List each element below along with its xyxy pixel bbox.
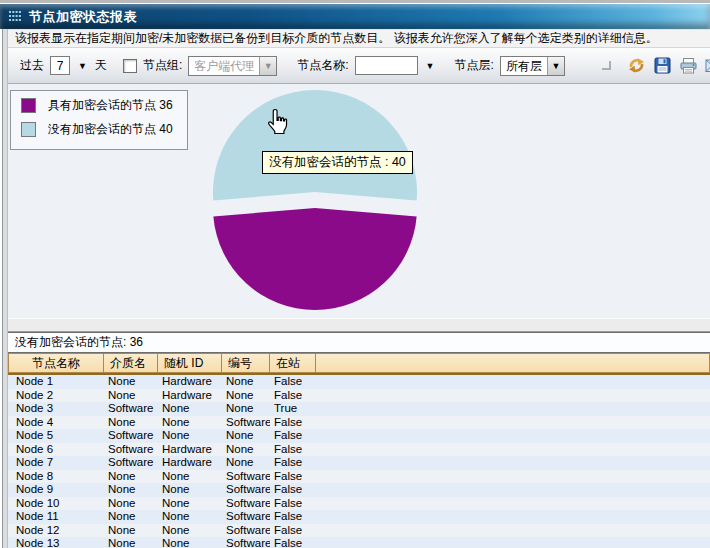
toolbar-overflow-handle[interactable] [602, 61, 611, 70]
table-cell: False [270, 456, 316, 470]
legend-swatch [21, 98, 36, 113]
mail-icon[interactable] [705, 56, 710, 75]
save-icon[interactable] [653, 56, 672, 75]
chevron-down-icon[interactable]: ▼ [547, 57, 564, 75]
table-cell: None [104, 375, 158, 389]
table-cell [316, 456, 710, 470]
report-window: { "window": { "title": "节点加密状态报表" }, "de… [0, 0, 710, 548]
table-cell: None [222, 443, 270, 457]
horizontal-splitter[interactable] [8, 318, 710, 332]
table-cell: Node 1 [8, 375, 104, 389]
table-cell: Software [222, 537, 270, 548]
table-cell: None [104, 389, 158, 403]
table-cell: None [158, 470, 222, 484]
detail-section-title: 没有加密会话的节点: 36 [8, 333, 710, 353]
detail-panel: 没有加密会话的节点: 36 节点名称 介质名 随机 ID 编号 在站 Node … [8, 332, 710, 548]
column-header[interactable]: 介质名 [103, 353, 158, 373]
table-cell: None [158, 537, 222, 548]
table-row[interactable]: Node 1NoneHardwareNoneFalse [8, 375, 710, 389]
frame-left-edge [0, 29, 8, 548]
chevron-down-icon[interactable]: ▼ [78, 61, 87, 71]
table-row[interactable]: Node 3SoftwareNoneNoneTrue [8, 402, 710, 416]
table-row[interactable]: Node 2NoneHardwareNoneFalse [8, 389, 710, 403]
table-cell [316, 375, 710, 389]
table-row[interactable]: Node 11NoneNoneSoftwareFalse [8, 510, 710, 524]
column-header[interactable]: 节点名称 [8, 353, 104, 373]
table-cell: Software [222, 470, 270, 484]
table-cell [316, 483, 710, 497]
pie-slice[interactable] [213, 208, 416, 310]
table-cell: Hardware [158, 456, 222, 470]
table-cell [316, 416, 710, 430]
table-cell: None [104, 524, 158, 538]
table-cell: None [222, 389, 270, 403]
print-icon[interactable] [679, 56, 698, 75]
legend-label: 具有加密会话的节点 36 [48, 97, 173, 114]
table-cell: Hardware [158, 375, 222, 389]
chart-tooltip: 没有加密会话的节点 : 40 [262, 151, 413, 174]
table-cell: Software [222, 497, 270, 511]
table-cell: False [270, 389, 316, 403]
table-cell: True [270, 402, 316, 416]
table-cell: None [222, 375, 270, 389]
table-cell: Software [104, 402, 158, 416]
table-cell [316, 537, 710, 548]
table-row[interactable]: Node 12NoneNoneSoftwareFalse [8, 524, 710, 538]
table-cell: Software [222, 483, 270, 497]
column-header[interactable]: 在站 [269, 353, 316, 373]
table-cell: False [270, 510, 316, 524]
table-cell: None [158, 483, 222, 497]
column-header[interactable]: 随机 ID [157, 353, 222, 373]
table-cell: Hardware [158, 389, 222, 403]
table-cell: Node 13 [8, 537, 104, 548]
table-row[interactable]: Node 4NoneNoneSoftwareFalse [8, 416, 710, 430]
pie-slice[interactable] [213, 90, 417, 200]
table-row[interactable]: Node 8NoneNoneSoftwareFalse [8, 470, 710, 484]
table-cell: False [270, 416, 316, 430]
table-row[interactable]: Node 7SoftwareHardwareNoneFalse [8, 456, 710, 470]
table-row[interactable]: Node 6SoftwareHardwareNoneFalse [8, 443, 710, 457]
table-cell: None [158, 416, 222, 430]
table-cell: Node 9 [8, 483, 104, 497]
table-cell [316, 389, 710, 403]
window-titlebar[interactable]: 节点加密状态报表 [0, 4, 710, 30]
table-row[interactable]: Node 13NoneNoneSoftwareFalse [8, 537, 710, 548]
table-cell: None [104, 416, 158, 430]
table-cell: False [270, 497, 316, 511]
days-unit-label: 天 [95, 57, 107, 74]
table-row[interactable]: Node 10NoneNoneSoftwareFalse [8, 497, 710, 511]
table-cell: None [158, 429, 222, 443]
table-cell: False [270, 443, 316, 457]
node-group-checkbox[interactable] [123, 59, 137, 73]
table-cell: Node 4 [8, 416, 104, 430]
node-table: Node 1NoneHardwareNoneFalse Node 2NoneHa… [8, 375, 710, 548]
table-cell: None [158, 510, 222, 524]
column-header[interactable] [315, 353, 710, 373]
chart-legend: 具有加密会话的节点 36 没有加密会话的节点 40 [10, 90, 188, 150]
past-label: 过去 [20, 57, 44, 74]
table-cell: Software [222, 510, 270, 524]
days-select[interactable]: 7 [50, 56, 70, 75]
chart-area: 具有加密会话的节点 36 没有加密会话的节点 40 没有加密会话的节点 : 40 [8, 84, 710, 318]
chevron-down-icon: ▼ [259, 57, 276, 75]
node-name-label: 节点名称: [297, 57, 348, 74]
node-name-input[interactable] [355, 56, 418, 75]
table-cell: Software [222, 416, 270, 430]
table-cell: False [270, 483, 316, 497]
table-row[interactable]: Node 5SoftwareNoneNoneFalse [8, 429, 710, 443]
table-row[interactable]: Node 9NoneNoneSoftwareFalse [8, 483, 710, 497]
table-cell: Node 6 [8, 443, 104, 457]
table-cell: Software [222, 524, 270, 538]
node-tier-select[interactable]: 所有层 ▼ [500, 56, 565, 76]
table-cell: None [158, 402, 222, 416]
table-cell: None [158, 524, 222, 538]
table-cell: Node 2 [8, 389, 104, 403]
refresh-icon[interactable] [627, 56, 646, 75]
legend-item: 具有加密会话的节点 36 [21, 97, 187, 114]
column-header[interactable]: 编号 [221, 353, 270, 373]
chevron-down-icon[interactable]: ▼ [426, 61, 435, 71]
table-cell: None [104, 510, 158, 524]
table-cell [316, 443, 710, 457]
table-cell: Software [104, 443, 158, 457]
table-cell: False [270, 524, 316, 538]
